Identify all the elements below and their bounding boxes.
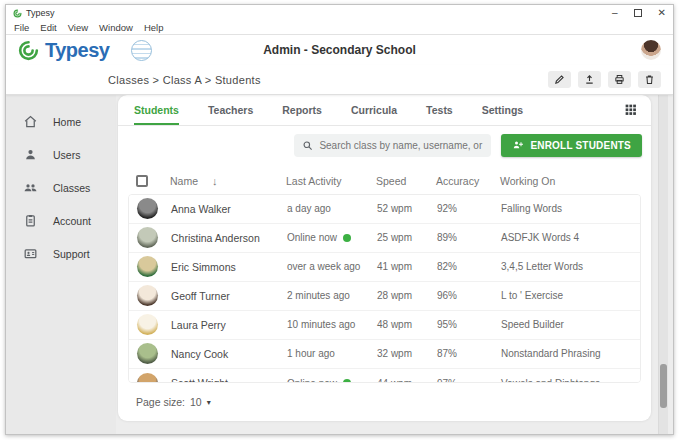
group-icon: [23, 180, 38, 195]
sidebar: Home Users Classes Account Support: [6, 95, 116, 434]
speed-value: 48 wpm: [377, 319, 437, 330]
table-row: Eric Simmons over a week ago 41 wpm 82% …: [129, 253, 640, 282]
sidebar-label-home: Home: [53, 116, 81, 128]
student-name[interactable]: Eric Simmons: [171, 261, 236, 273]
accuracy-value: 95%: [437, 319, 501, 330]
working-on-value: ASDFJK Words 4: [501, 232, 641, 243]
tab-tests[interactable]: Tests: [426, 95, 453, 125]
scrollbar-gutter: [652, 95, 673, 434]
sidebar-label-classes: Classes: [53, 182, 90, 194]
sidebar-item-users[interactable]: Users: [6, 138, 116, 171]
scrollbar-thumb[interactable]: [660, 364, 667, 408]
window-title: Typesy: [26, 8, 55, 18]
sidebar-item-home[interactable]: Home: [6, 105, 116, 138]
menu-bar: File Edit View Window Help: [6, 21, 673, 35]
tab-students[interactable]: Students: [134, 95, 179, 125]
minimize-icon[interactable]: –: [612, 8, 618, 18]
select-all-checkbox[interactable]: [136, 175, 148, 187]
tab-reports[interactable]: Reports: [282, 95, 322, 125]
speed-value: 32 wpm: [377, 348, 437, 359]
chevron-down-icon: ▾: [207, 398, 211, 407]
menu-edit[interactable]: Edit: [40, 22, 56, 33]
delete-class-button[interactable]: [638, 71, 661, 88]
student-name[interactable]: Anna Walker: [171, 203, 231, 215]
school-logo-badge: [131, 40, 152, 61]
trash-icon: [644, 74, 655, 85]
search-input[interactable]: [319, 140, 483, 151]
menu-view[interactable]: View: [68, 22, 88, 33]
export-button[interactable]: [578, 71, 601, 88]
student-name[interactable]: Christina Anderson: [171, 232, 260, 244]
app-header: Admin - Secondary School Typesy: [6, 35, 673, 65]
table-header: Name ↓ Last Activity Speed Accuracy Work…: [128, 168, 641, 194]
typesy-mini-logo-icon: [13, 9, 22, 18]
enroll-students-button[interactable]: ENROLL STUDENTS: [501, 134, 642, 157]
table-row: Anna Walker a day ago 52 wpm 92% Falling…: [129, 195, 640, 224]
title-bar: Typesy – ✕: [6, 5, 673, 21]
workspace: Home Users Classes Account Support: [6, 95, 673, 434]
last-activity-value: Online now: [287, 232, 337, 243]
working-on-value: Nonstandard Phrasing: [501, 348, 641, 359]
enroll-label: ENROLL STUDENTS: [530, 140, 631, 151]
grid-view-button[interactable]: [623, 103, 637, 117]
student-avatar: [137, 343, 158, 364]
last-activity-value: 10 minutes ago: [287, 319, 355, 330]
student-name[interactable]: Geoff Turner: [171, 290, 230, 302]
breadcrumb[interactable]: Classes > Class A > Students: [108, 74, 261, 86]
search-icon: [302, 140, 313, 151]
search-row: ENROLL STUDENTS: [118, 126, 651, 166]
student-name[interactable]: Laura Perry: [171, 319, 226, 331]
speed-value: 52 wpm: [377, 203, 437, 214]
speed-value: 25 wpm: [377, 232, 437, 243]
student-list: Anna Walker a day ago 52 wpm 92% Falling…: [128, 194, 641, 383]
table-row: Scott Wright Online now 44 wpm 97% Vowel…: [129, 369, 640, 383]
page-size-dropdown[interactable]: 10 ▾: [190, 396, 211, 408]
menu-file[interactable]: File: [14, 22, 29, 33]
print-button[interactable]: [608, 71, 631, 88]
page-size-label: Page size:: [136, 396, 185, 408]
column-last-activity[interactable]: Last Activity: [286, 175, 376, 187]
online-dot: [343, 234, 351, 242]
last-activity-value: a day ago: [287, 203, 331, 214]
grid-icon: [624, 103, 637, 116]
last-activity-value: over a week ago: [287, 261, 360, 272]
sidebar-item-support[interactable]: Support: [6, 237, 116, 270]
table-row: Laura Perry 10 minutes ago 48 wpm 95% Sp…: [129, 311, 640, 340]
sidebar-item-classes[interactable]: Classes: [6, 171, 116, 204]
column-speed[interactable]: Speed: [376, 175, 436, 187]
column-name[interactable]: Name: [170, 175, 198, 187]
page-actions: [548, 71, 661, 88]
menu-window[interactable]: Window: [99, 22, 133, 33]
tab-bar: Students Teachers Reports Curricula Test…: [118, 95, 651, 126]
column-working-on[interactable]: Working On: [500, 175, 648, 187]
student-avatar: [137, 314, 158, 335]
working-on-value: 3,4,5 Letter Words: [501, 261, 641, 272]
tab-teachers[interactable]: Teachers: [208, 95, 253, 125]
column-accuracy[interactable]: Accuracy: [436, 175, 500, 187]
sidebar-label-account: Account: [53, 215, 91, 227]
speed-value: 28 wpm: [377, 290, 437, 301]
user-avatar[interactable]: [641, 40, 661, 60]
pencil-icon: [554, 74, 565, 85]
accuracy-value: 89%: [437, 232, 501, 243]
sidebar-item-account[interactable]: Account: [6, 204, 116, 237]
tab-settings[interactable]: Settings: [482, 95, 523, 125]
page-title: Admin - Secondary School: [6, 43, 673, 57]
page-size-value: 10: [190, 396, 202, 408]
accuracy-value: 82%: [437, 261, 501, 272]
maximize-icon[interactable]: [634, 9, 642, 17]
scrollbar-track[interactable]: [658, 95, 668, 434]
sidebar-label-users: Users: [53, 149, 80, 161]
sort-descending-icon[interactable]: ↓: [212, 175, 218, 187]
close-icon[interactable]: ✕: [658, 8, 666, 18]
student-name[interactable]: Nancy Cook: [171, 348, 228, 360]
edit-class-button[interactable]: [548, 71, 571, 88]
menu-help[interactable]: Help: [144, 22, 164, 33]
home-icon: [23, 114, 38, 129]
accuracy-value: 96%: [437, 290, 501, 301]
working-on-value: Speed Builder: [501, 319, 641, 330]
tab-curricula[interactable]: Curricula: [351, 95, 397, 125]
student-avatar: [137, 285, 158, 306]
student-avatar: [137, 227, 158, 248]
working-on-value: L to ' Exercise: [501, 290, 641, 301]
